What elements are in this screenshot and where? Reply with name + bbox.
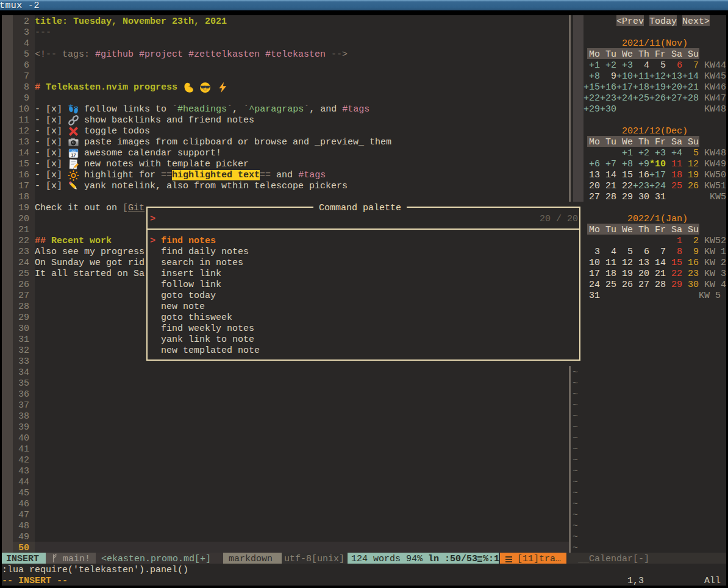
svg-text:17: 17 xyxy=(71,152,76,158)
